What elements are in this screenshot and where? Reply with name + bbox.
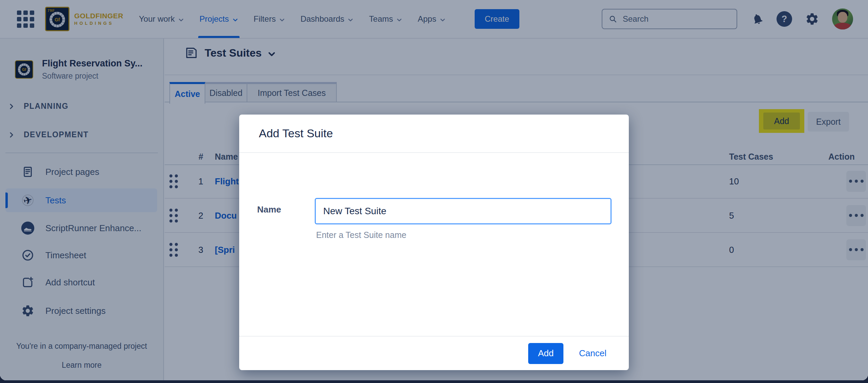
dialog-title: Add Test Suite: [239, 115, 629, 153]
dialog-footer: Add Cancel: [239, 336, 629, 370]
dialog-body: Name Enter a Test Suite name: [239, 153, 629, 335]
name-field-label: Name: [257, 204, 281, 215]
dialog-cancel-button[interactable]: Cancel: [579, 348, 606, 359]
name-field-hint: Enter a Test Suite name: [316, 230, 406, 240]
dialog-add-button[interactable]: Add: [528, 343, 563, 364]
add-test-suite-dialog: Add Test Suite Name Enter a Test Suite n…: [239, 115, 629, 370]
app-window: 79F Gf GOLDFINGER HOLDINGS Your work Pro…: [0, 0, 868, 380]
test-suite-name-input[interactable]: [315, 198, 612, 224]
